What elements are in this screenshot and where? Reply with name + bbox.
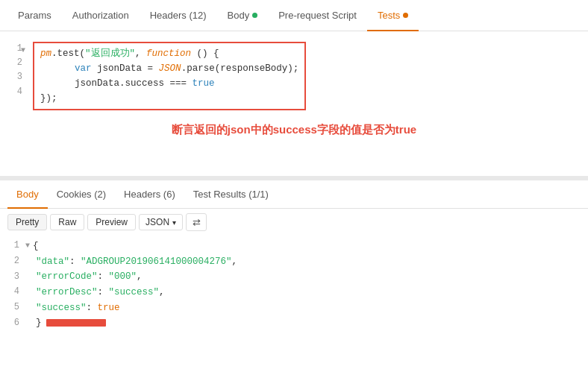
response-body: 1 ▼ { 2 "data" : "ADGROUP201906141000004… [0,236,588,334]
resp-line-6: 6 } [0,315,588,331]
tab-tests[interactable]: Tests [367,0,419,31]
line-number: 3 [7,70,22,84]
code-editor-panel: 1 2 3 4 ▼ pm.test("返回成功", function () { … [0,31,588,180]
line-number: 4 [7,85,22,99]
tab-authorization[interactable]: Authorization [62,0,140,31]
collapse-arrow: ▼ [25,240,30,253]
raw-button[interactable]: Raw [50,214,84,230]
resp-line-1: 1 ▼ { [0,239,588,254]
top-tab-bar: Params Authorization Headers (12) Body P… [0,0,588,31]
resp-line-2: 2 "data" : "ADGROUP201906141000004276" , [0,254,588,270]
line-number: 1 [7,42,22,56]
tab-headers[interactable]: Headers (12) [140,0,217,31]
chevron-down-icon: ▾ [172,218,176,227]
preview-button[interactable]: Preview [87,214,136,230]
code-line-3: jsonData.success === true [40,76,298,91]
resp-line-4: 4 "errorDesc" : "success" , [0,285,588,300]
tests-dot [403,13,408,18]
tab-response-headers[interactable]: Headers (6) [115,180,184,209]
tab-prerequest[interactable]: Pre-request Script [268,0,367,31]
tab-params[interactable]: Params [7,0,62,31]
pretty-button[interactable]: Pretty [7,214,47,230]
wrap-button[interactable]: ⇄ [186,213,207,231]
highlight-bar [46,319,106,327]
tab-response-body[interactable]: Body [7,180,48,209]
annotation-text: 断言返回的json中的success字段的值是否为true [7,121,581,139]
wrap-icon: ⇄ [193,217,201,228]
tab-cookies[interactable]: Cookies (2) [48,180,115,209]
tab-test-results[interactable]: Test Results (1/1) [184,180,278,209]
response-toolbar: Pretty Raw Preview JSON ▾ ⇄ [0,209,588,236]
code-area[interactable]: 1 2 3 4 ▼ pm.test("返回成功", function () { … [0,37,588,148]
code-block[interactable]: pm.test("返回成功", function () { var jsonDa… [33,42,306,110]
line-number: 2 [7,56,22,70]
format-select[interactable]: JSON ▾ [139,214,183,230]
code-line-2: var jsonData = JSON.parse(responseBody); [40,61,298,76]
collapse-arrow: ▼ [21,46,25,54]
resp-line-3: 3 "errorCode" : "000" , [0,269,588,285]
code-line-1: pm.test("返回成功", function () { [40,46,298,61]
bottom-tab-bar: Body Cookies (2) Headers (6) Test Result… [0,180,588,209]
resp-line-5: 5 "success" : true [0,300,588,316]
code-line-4: }); [40,91,298,106]
tab-body[interactable]: Body [217,0,269,31]
body-dot [252,13,257,18]
